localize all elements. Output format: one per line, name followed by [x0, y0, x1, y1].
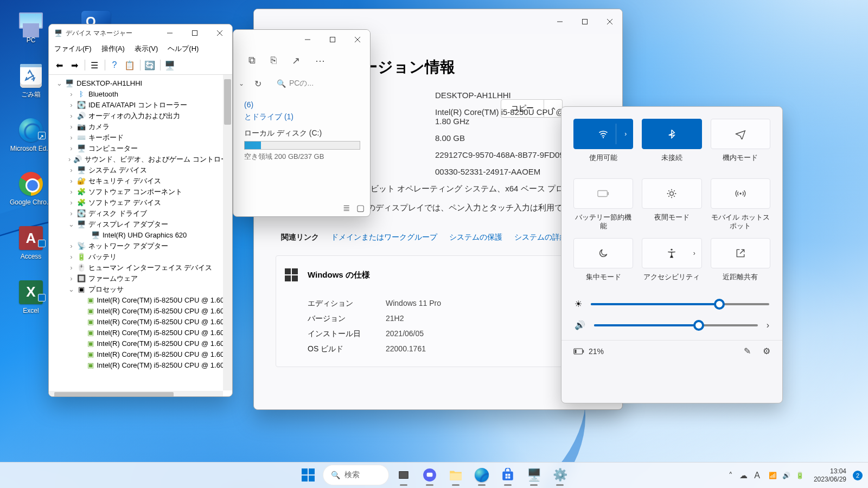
minimize-button[interactable]: [157, 24, 182, 42]
desktop-icon-excel[interactable]: X Excel: [8, 278, 54, 316]
tree-node[interactable]: ▣Intel(R) Core(TM) i5-8250U CPU @ 1.60..…: [51, 349, 232, 360]
paste-icon[interactable]: ⎘: [271, 55, 277, 67]
taskbar-app-devmgr[interactable]: 🖥️: [523, 464, 545, 486]
system-tray[interactable]: 📶 🔊 🔋: [764, 470, 808, 481]
tree-node[interactable]: ▣Intel(R) Core(TM) i5-8250U CPU @ 1.60..…: [51, 360, 232, 371]
refresh-icon[interactable]: ↻: [250, 75, 266, 92]
folders-count[interactable]: (6): [244, 100, 253, 109]
edit-icon[interactable]: ✎: [744, 346, 751, 356]
more-icon[interactable]: ⋯: [315, 55, 325, 67]
bluetooth-toggle[interactable]: [642, 119, 701, 149]
link-domain[interactable]: ドメインまたはワークグループ: [331, 233, 437, 242]
chevron-right-icon[interactable]: ›: [693, 249, 695, 257]
menu-action[interactable]: 操作(A): [101, 44, 125, 54]
taskbar-clock[interactable]: 13:04 2023/06/29: [814, 467, 846, 484]
view-grid-icon[interactable]: ▢: [356, 203, 365, 213]
back-button[interactable]: ⬅: [52, 58, 66, 72]
tree-node[interactable]: ›🔊オーディオの入力および出力: [51, 111, 232, 121]
tree-node[interactable]: ›🧩ソフトウェア デバイス: [51, 197, 232, 208]
hotspot-toggle[interactable]: [711, 178, 770, 209]
brightness-slider[interactable]: ☀: [561, 293, 782, 314]
tray-chevron-icon[interactable]: ˄: [729, 471, 733, 480]
tree-node[interactable]: ▣Intel(R) Core(TM) i5-8250U CPU @ 1.60..…: [51, 295, 232, 306]
tree-node[interactable]: ›🖥️システム デバイス: [51, 165, 232, 176]
taskbar-app-explorer[interactable]: [445, 464, 467, 486]
chevron-down-icon[interactable]: ⌄: [239, 80, 244, 87]
tree-node[interactable]: ⌄🖥️DESKTOP-AH1LHHI: [51, 78, 232, 89]
night-light-toggle[interactable]: [642, 178, 701, 209]
maximize-button[interactable]: [182, 24, 207, 42]
tree-node[interactable]: ›🖥️コンピューター: [51, 143, 232, 154]
menu-help[interactable]: ヘルプ(H): [168, 44, 199, 54]
menu-file[interactable]: ファイル(F): [54, 44, 92, 54]
tree-node[interactable]: ⌄🖥️ディスプレイ アダプター: [51, 219, 232, 230]
tree-node[interactable]: ▣Intel(R) Core(TM) i5-8250U CPU @ 1.60..…: [51, 328, 232, 338]
tree-node[interactable]: 🖥️Intel(R) UHD Graphics 620: [51, 230, 232, 241]
properties-icon[interactable]: 📋: [123, 58, 137, 72]
drives-group[interactable]: とドライブ (1): [239, 110, 361, 123]
desktop-icon-pc[interactable]: PC: [8, 8, 54, 46]
link-protection[interactable]: システムの保護: [449, 233, 502, 242]
desktop-icon-chrome[interactable]: Google Chro...: [8, 170, 54, 208]
chevron-right-icon[interactable]: ›: [624, 130, 627, 138]
share-icon[interactable]: ↗: [292, 55, 300, 67]
tree-node[interactable]: ▣Intel(R) Core(TM) i5-8250U CPU @ 1.60..…: [51, 338, 232, 349]
tray-onedrive-icon[interactable]: ☁: [739, 471, 748, 480]
horizontal-scrollbar[interactable]: [49, 391, 223, 397]
tree-node[interactable]: ›💽ディスク ドライブ: [51, 208, 232, 219]
vertical-scrollbar[interactable]: [223, 75, 232, 390]
notification-badge[interactable]: 2: [853, 471, 863, 480]
tree-node[interactable]: ›📡ネットワーク アダプター: [51, 241, 232, 252]
battery-saver-toggle[interactable]: [573, 178, 633, 209]
tree-node[interactable]: ›📷カメラ: [51, 121, 232, 132]
tree-node[interactable]: ›💽IDE ATA/ATAPI コントローラー: [51, 100, 232, 111]
copy-icon[interactable]: ⧉: [248, 55, 256, 67]
tree-node[interactable]: ›🧩ソフトウェア コンポーネント: [51, 187, 232, 197]
minimize-button[interactable]: [295, 31, 320, 48]
tree-node[interactable]: ▣Intel(R) Core(TM) i5-8250U CPU @ 1.60..…: [51, 317, 232, 328]
chevron-right-icon[interactable]: ›: [767, 320, 769, 330]
tree-node[interactable]: ›🔊サウンド、ビデオ、およびゲーム コントローラー: [51, 154, 232, 165]
tree-node[interactable]: ›🔐セキュリティ デバイス: [51, 176, 232, 187]
nearby-share-toggle[interactable]: [711, 238, 770, 268]
taskbar-search[interactable]: 🔍検索: [323, 465, 388, 485]
tree-node[interactable]: ›🖱️ヒューマン インターフェイス デバイス: [51, 262, 232, 273]
tray-ime-icon[interactable]: A: [754, 471, 760, 480]
accessibility-toggle[interactable]: ›: [642, 238, 701, 268]
taskbar-app-chat[interactable]: [419, 464, 441, 486]
wifi-toggle[interactable]: ›: [573, 119, 633, 149]
help-icon[interactable]: ?: [107, 58, 122, 72]
menu-view[interactable]: 表示(V): [135, 44, 158, 54]
battery-status[interactable]: 21%: [573, 347, 604, 356]
maximize-button[interactable]: [572, 13, 597, 30]
desktop-icon-access[interactable]: A Access: [8, 224, 54, 262]
taskbar-app-edge[interactable]: [471, 464, 493, 486]
maximize-button[interactable]: [320, 31, 345, 48]
minimize-button[interactable]: [547, 13, 572, 30]
close-button[interactable]: [597, 13, 622, 30]
desktop-icon-recycle[interactable]: ごみ箱: [8, 62, 54, 100]
settings-icon[interactable]: ⚙: [763, 346, 770, 356]
tree-node[interactable]: ⌄▣プロセッサ: [51, 284, 232, 295]
monitor-icon[interactable]: 🖥️: [163, 58, 177, 72]
tree-node[interactable]: ›⌨️キーボード: [51, 132, 232, 143]
show-hidden-icon[interactable]: ☰: [87, 58, 101, 72]
search-input[interactable]: 🔍PCの...: [271, 79, 365, 88]
scan-icon[interactable]: 🔄: [143, 58, 157, 72]
view-list-icon[interactable]: ≣: [343, 203, 350, 213]
task-view-button[interactable]: [393, 464, 414, 486]
start-button[interactable]: [297, 464, 319, 486]
forward-button[interactable]: ➡: [67, 58, 81, 72]
tree-node[interactable]: ▣Intel(R) Core(TM) i5-8250U CPU @ 1.60..…: [51, 306, 232, 317]
desktop-icon-edge[interactable]: Microsoft Ed...: [8, 116, 54, 154]
tree-node[interactable]: ›🔲ファームウェア: [51, 273, 232, 284]
drive-item[interactable]: ローカル ディスク (C:) 空き領域 200 GB/237 GB: [239, 129, 361, 162]
taskbar-app-settings[interactable]: ⚙️: [549, 464, 571, 486]
close-button[interactable]: [345, 31, 370, 48]
focus-toggle[interactable]: [573, 238, 633, 268]
taskbar-app-store[interactable]: [497, 464, 519, 486]
close-button[interactable]: [207, 24, 232, 42]
volume-slider[interactable]: 🔊 ›: [561, 314, 782, 336]
tree-node[interactable]: ›ᛒBluetooth: [51, 89, 232, 100]
airplane-toggle[interactable]: [711, 119, 770, 149]
